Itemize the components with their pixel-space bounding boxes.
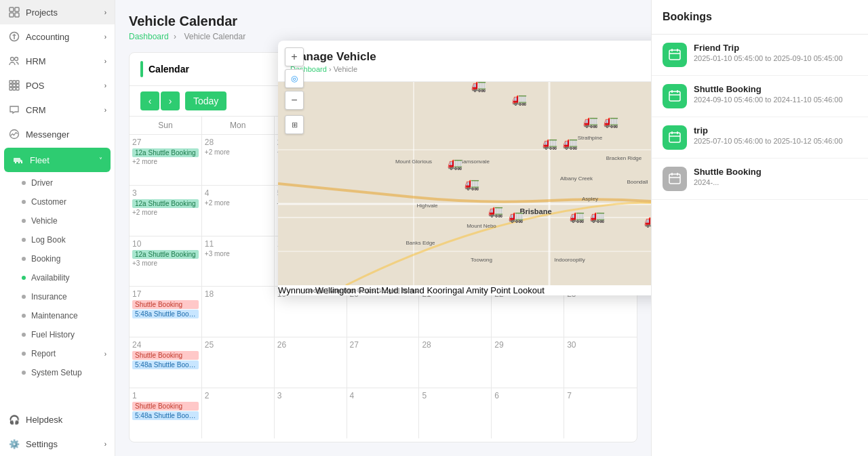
sidebar-sub-item-systemsetup[interactable]: System Setup bbox=[0, 363, 115, 382]
svg-rect-1 bbox=[15, 7, 19, 12]
manage-vehicle-title: Manage Vehicle bbox=[290, 50, 651, 64]
sidebar-item-pos[interactable]: POS › bbox=[0, 73, 115, 98]
prev-month-button[interactable]: ‹ bbox=[140, 91, 159, 110]
sidebar-item-helpdesk-label: Helpdesk bbox=[26, 415, 62, 425]
calendar-day[interactable]: 29 bbox=[492, 337, 564, 388]
dot-fuelhistory bbox=[22, 333, 26, 337]
accounting-icon bbox=[8, 30, 20, 43]
svg-text:Bracken Ridge: Bracken Ridge bbox=[606, 155, 642, 161]
nav-button-group: ‹ › bbox=[140, 91, 180, 110]
calendar-day[interactable]: 11+3 more bbox=[202, 236, 275, 287]
calendar-day[interactable]: 3 12a Shuttle Booking +2 more bbox=[130, 186, 202, 236]
booking-icon bbox=[663, 125, 687, 150]
booking-info: Shuttle Booking 2024-... bbox=[694, 167, 857, 186]
svg-text:Albany Creek: Albany Creek bbox=[560, 175, 593, 182]
booking-info: trip 2025-07-10 05:46:00 to 2025-10-12 0… bbox=[694, 125, 857, 145]
calendar-day[interactable]: 17 Shuttle Booking 5:48a Shuttle Booking bbox=[130, 287, 202, 337]
svg-point-21 bbox=[18, 162, 20, 163]
sidebar-item-projects[interactable]: Projects › bbox=[0, 0, 115, 24]
sidebar-sub-item-report[interactable]: Report › bbox=[0, 344, 115, 363]
next-month-button[interactable]: › bbox=[161, 91, 180, 110]
dot-logbook bbox=[22, 238, 26, 242]
map-locate-button[interactable]: ◎ bbox=[285, 69, 304, 88]
sidebar-item-fleet-label: Fleet bbox=[30, 155, 50, 165]
truck-marker: 🚛 bbox=[448, 156, 462, 171]
sidebar-item-helpdesk[interactable]: 🎧 Helpdesk bbox=[0, 407, 115, 432]
map-zoom-out-button[interactable]: − bbox=[285, 91, 304, 110]
truck-marker: 🚛 bbox=[488, 203, 503, 218]
sidebar-item-settings-label: Settings bbox=[26, 439, 58, 449]
sidebar-sub-item-maintenance[interactable]: Maintenance bbox=[0, 306, 115, 325]
calendar-week: 1 Shuttle Booking 5:48a Shuttle Booking … bbox=[130, 388, 637, 438]
svg-rect-2 bbox=[9, 13, 14, 17]
sidebar-sub-item-availability[interactable]: Availability bbox=[0, 268, 115, 287]
calendar-day[interactable]: 28 +2 more bbox=[202, 135, 275, 185]
calendar-day[interactable]: 4 bbox=[347, 388, 420, 438]
calendar-day[interactable]: 7 bbox=[564, 388, 637, 438]
sidebar-item-messenger[interactable]: Messenger bbox=[0, 122, 115, 146]
svg-point-8 bbox=[15, 58, 18, 61]
dot-customer bbox=[22, 200, 26, 204]
booking-icon bbox=[663, 167, 687, 191]
calendar-day[interactable]: 4+2 more bbox=[202, 186, 275, 236]
calendar-day[interactable]: 25 bbox=[202, 337, 275, 388]
map-zoom-in-button[interactable]: + bbox=[285, 47, 304, 66]
sidebar-sub-label-maintenance: Maintenance bbox=[31, 311, 78, 320]
sidebar-item-hrm[interactable]: HRM › bbox=[0, 49, 115, 73]
sidebar-item-accounting[interactable]: Accounting › bbox=[0, 24, 115, 49]
today-button[interactable]: Today bbox=[185, 91, 226, 110]
booking-name: Shuttle Booking bbox=[694, 84, 857, 94]
breadcrumb-home[interactable]: Dashboard bbox=[129, 32, 169, 41]
sidebar-item-hrm-label: HRM bbox=[26, 56, 46, 66]
calendar-day[interactable]: 27 bbox=[347, 337, 420, 388]
calendar-day[interactable]: 24 Shuttle Booking 5:48a Shuttle Booking bbox=[130, 337, 202, 388]
sidebar-sub-label-logbook: Log Book bbox=[31, 235, 66, 245]
manage-vehicle-overlay: Manage Vehicle Dashboard › Vehicle bbox=[278, 41, 651, 295]
sidebar-sub-label-customer: Customer bbox=[31, 197, 66, 207]
sidebar-item-settings[interactable]: ⚙️ Settings › bbox=[0, 432, 115, 456]
sidebar-item-crm[interactable]: CRM › bbox=[0, 98, 115, 122]
svg-rect-16 bbox=[13, 87, 16, 90]
calendar-day[interactable]: 5 bbox=[419, 388, 492, 438]
booking-dates: 2024-09-10 05:46:00 to 2024-11-10 05:46:… bbox=[694, 96, 857, 104]
calendar-tab-label: Calendar bbox=[149, 64, 189, 75]
bookings-title: Bookings bbox=[652, 0, 868, 35]
booking-dates: 2025-01-10 05:45:00 to 2025-09-10 05:45:… bbox=[694, 54, 857, 62]
breadcrumb-current: Vehicle Calendar bbox=[184, 32, 245, 41]
fleet-icon bbox=[12, 154, 24, 166]
svg-text:Banks Edge: Banks Edge bbox=[406, 240, 435, 246]
truck-marker: 🚛 bbox=[570, 209, 585, 224]
sidebar-sub-item-fuelhistory[interactable]: Fuel History bbox=[0, 325, 115, 344]
calendar-day[interactable]: 18 bbox=[202, 287, 275, 337]
sidebar-sub-item-customer[interactable]: Customer bbox=[0, 192, 115, 211]
sidebar-item-fleet[interactable]: Fleet ˅ bbox=[4, 148, 111, 172]
sidebar-sub-item-vehicle[interactable]: Vehicle bbox=[0, 211, 115, 230]
map-grid-button[interactable]: ⊞ bbox=[285, 115, 304, 134]
chevron-right-icon: › bbox=[104, 58, 106, 65]
calendar-day[interactable]: 27 12a Shuttle Booking +2 more bbox=[130, 135, 202, 185]
truck-marker: 🚛 bbox=[512, 91, 527, 106]
sidebar-sub-item-insurance[interactable]: Insurance bbox=[0, 287, 115, 306]
calendar-day[interactable]: 30 bbox=[564, 337, 637, 388]
sidebar-sub-item-booking[interactable]: Booking bbox=[0, 249, 115, 268]
truck-marker: 🚛 bbox=[471, 78, 486, 93]
truck-marker: 🚛 bbox=[583, 114, 598, 129]
calendar-day[interactable]: 1 Shuttle Booking 5:48a Shuttle Booking bbox=[130, 388, 202, 438]
truck-marker: 🚛 bbox=[563, 136, 578, 150]
sidebar-sub-item-driver[interactable]: Driver bbox=[0, 173, 115, 192]
sidebar-sub-item-logbook[interactable]: Log Book bbox=[0, 230, 115, 249]
calendar-day[interactable]: 6 bbox=[492, 388, 564, 438]
truck-marker: 🚛 bbox=[590, 209, 605, 224]
dot-availability bbox=[22, 276, 26, 280]
sidebar-sub-label-driver: Driver bbox=[31, 178, 53, 188]
calendar-day[interactable]: 2 bbox=[202, 388, 275, 438]
dot-insurance bbox=[22, 295, 26, 299]
svg-text:Samsonvale: Samsonvale bbox=[460, 159, 490, 165]
calendar-day[interactable]: 26 bbox=[275, 337, 347, 388]
truck-marker: 🚛 bbox=[465, 176, 479, 191]
calendar-day[interactable]: 3 bbox=[275, 388, 347, 438]
calendar-day[interactable]: 28 bbox=[419, 337, 492, 388]
calendar-day[interactable]: 10 12a Shuttle Booking +3 more bbox=[130, 236, 202, 287]
pos-icon bbox=[8, 79, 20, 91]
svg-text:Boondall: Boondall bbox=[627, 179, 648, 185]
